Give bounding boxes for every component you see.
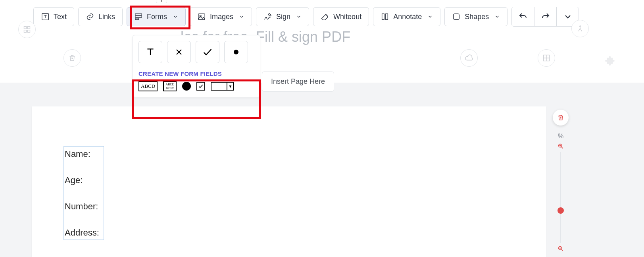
- form-number-field[interactable]: ABCD 1234567: [163, 81, 177, 91]
- top-toolbar-region: Text Links Forms Images Sign Whiteout: [0, 0, 644, 32]
- redo-button[interactable]: [534, 7, 556, 26]
- check-icon: [198, 83, 204, 89]
- trash-icon: [68, 54, 76, 62]
- form-text-field-label: ABCD: [141, 83, 155, 89]
- links-tool-label: Links: [98, 13, 115, 21]
- zoom-out-icon[interactable]: [557, 245, 564, 252]
- doc-field-address: Address:: [65, 228, 103, 238]
- doc-field-number: Number:: [65, 201, 103, 212]
- form-checkbox-field[interactable]: [196, 82, 205, 91]
- workspace-area: Name: Age: Number: Address: %: [0, 83, 644, 257]
- zoom-slider-track[interactable]: [560, 152, 561, 243]
- forms-tool-label: Forms: [147, 13, 167, 21]
- svg-rect-8: [28, 27, 30, 29]
- insert-page-popover[interactable]: Insert Page Here: [262, 71, 334, 92]
- merge-icon: [576, 25, 584, 33]
- forms-quick-tools-row: [138, 41, 254, 63]
- cloud-icon: [465, 54, 473, 62]
- svg-rect-1: [135, 14, 142, 15]
- text-icon: [41, 12, 50, 21]
- layout-grid-button[interactable]: [538, 49, 555, 67]
- form-radio-field[interactable]: [182, 82, 191, 91]
- forms-tool-button[interactable]: Forms: [127, 7, 186, 26]
- images-tool-button[interactable]: Images: [190, 7, 252, 26]
- check-icon: [202, 46, 213, 58]
- text-t-icon: [145, 47, 156, 57]
- svg-point-12: [234, 50, 238, 54]
- links-tool-button[interactable]: Links: [78, 7, 123, 26]
- sign-tool-button[interactable]: Sign: [256, 7, 309, 26]
- insert-check-tool[interactable]: [196, 41, 219, 63]
- right-delete-button[interactable]: [553, 110, 569, 126]
- pdf-document-page[interactable]: Name: Age: Number: Address:: [32, 106, 546, 257]
- form-dropdown-field[interactable]: ▼: [211, 82, 234, 91]
- dot-icon: [233, 49, 239, 55]
- forms-icon: [134, 12, 143, 21]
- shapes-tool-label: Shapes: [465, 13, 489, 21]
- text-tool-label: Text: [54, 13, 67, 21]
- cloud-button[interactable]: [460, 49, 478, 67]
- undo-button[interactable]: [512, 7, 534, 26]
- insert-text-tool[interactable]: [138, 41, 162, 63]
- annotate-tool-button[interactable]: Annotate: [373, 7, 440, 26]
- grid-view-button[interactable]: [18, 21, 36, 38]
- undo-icon: [518, 12, 528, 21]
- images-tool-label: Images: [210, 13, 233, 21]
- grid-icon: [23, 25, 31, 33]
- layout-grid-icon: [542, 54, 550, 62]
- signature-icon: [263, 12, 272, 21]
- form-number-field-top: ABCD: [165, 83, 174, 86]
- delete-page-button[interactable]: [63, 49, 81, 67]
- sign-tool-label: Sign: [276, 13, 290, 21]
- whiteout-tool-label: Whiteout: [333, 13, 361, 21]
- svg-rect-7: [24, 27, 27, 29]
- insert-dot-tool[interactable]: [224, 41, 248, 63]
- chevron-down-icon: [296, 14, 302, 19]
- link-icon: [86, 12, 94, 21]
- image-icon: [197, 12, 206, 21]
- puzzle-icon: [605, 55, 615, 66]
- redo-icon: [541, 12, 550, 21]
- doc-field-age: Age:: [65, 175, 103, 186]
- text-tool-button[interactable]: Text: [33, 7, 74, 26]
- form-number-field-bottom: 1234567: [166, 86, 174, 89]
- extensions-button[interactable]: [602, 52, 618, 68]
- add-page-button[interactable]: [156, 0, 167, 3]
- form-field-types-row: ABCD ABCD 1234567 ▼: [138, 81, 254, 91]
- zoom-slider-thumb[interactable]: [557, 207, 564, 214]
- annotate-icon: [381, 12, 389, 21]
- shapes-tool-button[interactable]: Shapes: [444, 7, 508, 26]
- right-zoom-controls: %: [552, 110, 569, 252]
- doc-field-name: Name:: [65, 149, 103, 159]
- zoom-percent-label: %: [558, 133, 563, 140]
- history-group: [511, 7, 579, 27]
- x-icon: [174, 47, 184, 57]
- dropdown-arrow-icon: ▼: [227, 82, 234, 91]
- eraser-icon: [321, 12, 329, 21]
- whiteout-tool-button[interactable]: Whiteout: [313, 7, 369, 26]
- forms-dropdown-panel: CREATE NEW FORM FIELDS ABCD ABCD 1234567…: [133, 35, 260, 97]
- svg-rect-6: [454, 14, 459, 20]
- chevron-down-icon: [563, 12, 573, 21]
- insert-x-tool[interactable]: [167, 41, 191, 63]
- shapes-icon: [452, 12, 461, 21]
- insert-page-label: Insert Page Here: [271, 77, 325, 85]
- trash-icon: [557, 114, 564, 121]
- merge-button[interactable]: [571, 20, 589, 37]
- annotate-tool-label: Annotate: [393, 13, 422, 21]
- chevron-down-icon: [494, 14, 500, 19]
- zoom-in-icon[interactable]: [557, 143, 564, 149]
- svg-rect-10: [28, 30, 30, 33]
- selected-text-region[interactable]: Name: Age: Number: Address:: [63, 146, 104, 240]
- svg-rect-2: [135, 16, 142, 17]
- chevron-down-icon: [427, 14, 433, 19]
- plus-icon: [159, 0, 164, 2]
- dropdown-box-icon: [211, 82, 227, 91]
- chevron-down-icon: [173, 14, 178, 19]
- svg-rect-3: [135, 18, 139, 20]
- create-form-fields-label: CREATE NEW FORM FIELDS: [138, 70, 254, 77]
- chevron-down-icon: [239, 14, 244, 19]
- form-text-field[interactable]: ABCD: [138, 81, 158, 91]
- main-toolbar: Text Links Forms Images Sign Whiteout: [0, 2, 644, 32]
- svg-rect-4: [198, 14, 205, 20]
